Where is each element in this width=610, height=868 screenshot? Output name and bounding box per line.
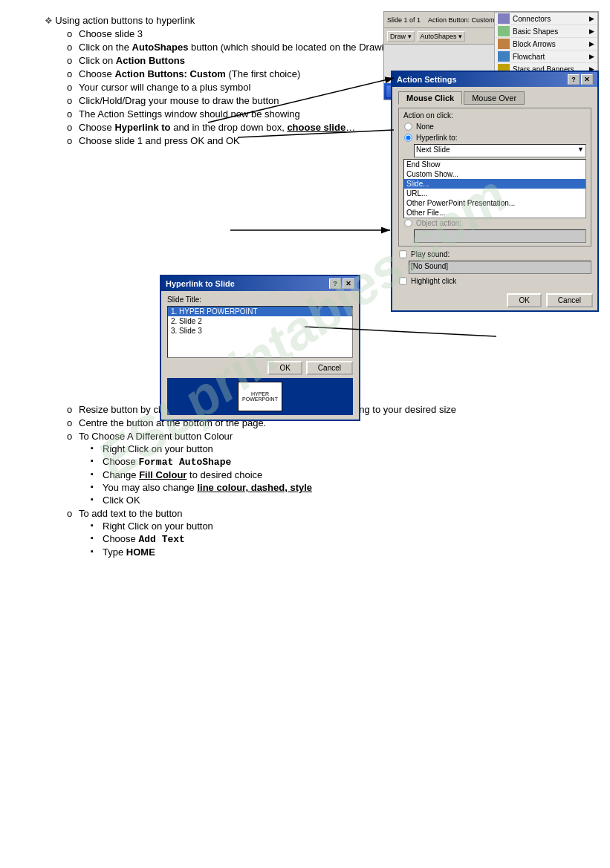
hyperlink-titlebar-buttons: ? ✕	[329, 278, 354, 289]
sub-item-4-text: Choose Action Buttons: Custom (The first…	[79, 68, 300, 79]
hyperlink-dropdown[interactable]: Next Slide ▼	[414, 144, 586, 157]
object-action-dropdown[interactable]	[414, 229, 586, 243]
sub-list-2: Resize button by clicking on one of the …	[45, 404, 588, 558]
listbox-slide[interactable]: Slide...	[404, 179, 585, 189]
bullet-type-home: Type HOME	[91, 546, 588, 558]
radio-hyperlink-row: Hyperlink to:	[403, 133, 586, 143]
bullet-right-click-2-text: Right Click on your button	[103, 521, 213, 532]
hyperlink-dialog-title: Hyperlink to Slide	[166, 279, 235, 288]
highlight-label: Highlight click	[411, 277, 456, 285]
bullet-format: Choose Format AutoShape	[91, 456, 588, 468]
hyperlink-preview: HYPER POWERPOINT	[167, 378, 353, 415]
menu-basic-shapes[interactable]: Basic Shapes ▶	[495, 25, 597, 38]
menu-block-arrows-label: Block Arrows	[513, 40, 556, 48]
bullet-right-click-2: Right Click on your button	[91, 521, 588, 532]
action-settings-ok[interactable]: OK	[507, 293, 541, 307]
bullet-fill: Change Fill Colour to desired choice	[91, 469, 588, 480]
bullet-add-text-text: Choose Add Text	[103, 533, 185, 544]
listbox-end-show[interactable]: End Show	[404, 160, 585, 169]
draw-label[interactable]: Draw ▾	[387, 31, 415, 42]
play-sound-checkbox[interactable]	[399, 250, 406, 258]
radio-none[interactable]	[404, 123, 412, 130]
hlink-item-1[interactable]: 1. HYPER POWERPOINT	[168, 307, 352, 316]
highlight-row: Highlight click	[398, 276, 591, 286]
radio-hyperlink-label: Hyperlink to:	[416, 134, 458, 142]
bullet-line-text: You may also change line colour, dashed,…	[103, 482, 312, 493]
bullet-ok-text: Click OK	[103, 495, 140, 506]
block-arrows-icon	[498, 39, 510, 49]
sub-item-8-text: Choose Hyperlink to and in the drop down…	[79, 122, 355, 133]
hyperlink-dialog-titlebar: Hyperlink to Slide ? ✕	[161, 276, 359, 291]
action-settings-title: Action Settings	[397, 75, 457, 84]
bullet-fill-text: Change Fill Colour to desired choice	[103, 469, 262, 480]
bullet-list-text: Right Click on your button Choose Add Te…	[79, 521, 588, 558]
listbox-other-ppt[interactable]: Other PowerPoint Presentation...	[404, 198, 585, 208]
sub-item-colour: To Choose A Different button Colour Righ…	[67, 431, 588, 506]
listbox-custom-show[interactable]: Custom Show...	[404, 169, 585, 179]
close-button[interactable]: ✕	[581, 74, 593, 85]
bullet-add-text: Choose Add Text	[91, 533, 588, 545]
sub-item-add-text-text: To add text to the button	[79, 508, 183, 519]
hyperlink-body: Slide Title: 1. HYPER POWERPOINT 2. Slid…	[161, 291, 359, 420]
listbox-url[interactable]: URL...	[404, 189, 585, 198]
page: ESLprintables.com Using action buttons t…	[0, 0, 610, 868]
sub-item-5-text: Your cursor will change to a plus symbol	[79, 82, 250, 93]
titlebar-buttons: ? ✕	[568, 74, 593, 85]
play-sound-label: Play sound:	[411, 250, 450, 258]
autoshapes-label[interactable]: AutoShapes ▾	[418, 31, 466, 42]
radio-hyperlink[interactable]	[404, 134, 412, 141]
radio-object-label: Object action:	[416, 219, 461, 227]
action-settings-cancel[interactable]: Cancel	[546, 293, 593, 307]
action-btn-label: Action Button: Custom	[428, 16, 495, 24]
preview-text: HYPER POWERPOINT	[239, 390, 282, 403]
connectors-arrow: ▶	[589, 15, 594, 22]
menu-connectors-label: Connectors	[513, 15, 551, 23]
hyperlink-help-button[interactable]: ?	[329, 278, 341, 289]
basic-shapes-arrow: ▶	[589, 27, 594, 35]
sub-item-7-text: The Action Settings window should now be…	[79, 108, 300, 120]
hyperlink-dialog: Hyperlink to Slide ? ✕ Slide Title: 1. H…	[160, 275, 360, 421]
help-button[interactable]: ?	[568, 74, 580, 85]
basic-shapes-icon	[498, 26, 510, 36]
sub-item-3-text: Click on Action Buttons	[79, 55, 185, 66]
bullet-right-click: Right Click on your button	[91, 443, 588, 454]
hyperlink-close-button[interactable]: ✕	[343, 278, 354, 289]
hyperlink-cancel[interactable]: Cancel	[306, 361, 353, 375]
sub-item-add-text: To add text to the button Right Click on…	[67, 508, 588, 558]
bullet-line: You may also change line colour, dashed,…	[91, 482, 588, 493]
tab-mouse-over[interactable]: Mouse Over	[464, 91, 525, 105]
bullet-right-click-text: Right Click on your button	[103, 443, 213, 454]
tab-mouse-click[interactable]: Mouse Click	[398, 91, 462, 105]
hyperlink-dropdown-row: Next Slide ▼	[403, 144, 586, 157]
connectors-icon	[498, 13, 510, 24]
sub-item-1-text: Choose slide 3	[79, 28, 143, 39]
flowchart-icon	[498, 51, 510, 62]
flowchart-arrow: ▶	[589, 53, 594, 60]
radio-none-label: None	[416, 123, 434, 131]
action-settings-footer: OK Cancel	[392, 290, 597, 310]
bullet-ok: Click OK	[91, 495, 588, 506]
hyperlink-footer: OK Cancel	[167, 361, 353, 375]
highlight-checkbox[interactable]	[399, 277, 406, 284]
hlink-item-2[interactable]: 2. Slide 2	[168, 316, 352, 326]
radio-none-row: None	[403, 122, 586, 131]
menu-block-arrows[interactable]: Block Arrows ▶	[495, 38, 597, 50]
radio-object[interactable]	[404, 219, 412, 226]
slide-title-label: Slide Title:	[167, 296, 353, 304]
listbox-other-file[interactable]: Other File...	[404, 208, 585, 218]
dialog-tabs: Mouse Click Mouse Over	[398, 91, 591, 105]
hlink-item-3[interactable]: 3. Slide 3	[168, 326, 352, 336]
action-settings-body: Mouse Click Mouse Over Action on click: …	[392, 87, 597, 290]
action-settings-dialog: Action Settings ? ✕ Mouse Click Mouse Ov…	[391, 71, 599, 312]
menu-connectors[interactable]: Connectors ▶	[495, 13, 597, 25]
menu-basic-shapes-label: Basic Shapes	[513, 27, 558, 36]
hyperlink-ok[interactable]: OK	[267, 361, 302, 375]
sub-item-9-text: Choose slide 1 and press OK and OK	[79, 135, 240, 146]
slide-label: Slide 1 of 1	[387, 16, 421, 24]
hyperlink-listbox[interactable]: 1. HYPER POWERPOINT 2. Slide 2 3. Slide …	[167, 306, 353, 358]
menu-flowchart[interactable]: Flowchart ▶	[495, 50, 597, 63]
block-arrows-arrow: ▶	[589, 40, 594, 48]
screenshot-area: Slide 1 of 1 Action Button: Custom Defau…	[383, 11, 603, 100]
sound-dropdown[interactable]: [No Sound]	[409, 261, 591, 274]
menu-flowchart-label: Flowchart	[513, 53, 545, 61]
